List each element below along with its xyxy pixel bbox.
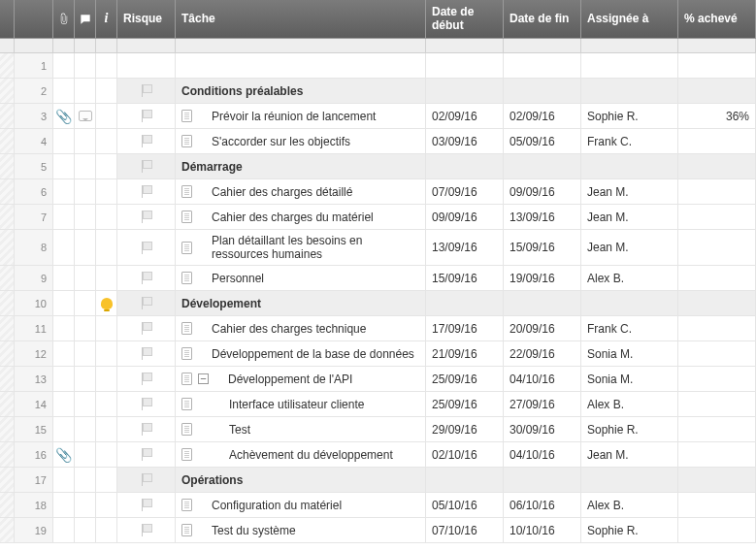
cell-risk[interactable] — [117, 518, 176, 543]
cell-task[interactable]: Cahier des charges détaillé — [176, 179, 426, 205]
cell-pct[interactable] — [678, 367, 756, 392]
cell-info[interactable] — [96, 392, 117, 417]
cell-assignee[interactable] — [581, 291, 678, 316]
cell-pct[interactable] — [678, 154, 756, 179]
cell-attachment[interactable] — [53, 205, 75, 230]
cell-task[interactable]: −Développement de l'API — [176, 367, 426, 392]
row-number[interactable]: 11 — [15, 316, 53, 341]
cell-assignee[interactable]: Alex B. — [581, 392, 678, 417]
cell-comment[interactable] — [75, 468, 96, 493]
cell-info[interactable] — [96, 442, 117, 468]
cell-task[interactable]: Prévoir la réunion de lancement — [176, 104, 426, 129]
cell-start[interactable] — [426, 291, 504, 316]
cell-start[interactable]: 13/09/16 — [426, 230, 504, 266]
cell-start[interactable] — [426, 53, 504, 79]
cell-pct[interactable] — [678, 179, 756, 205]
cell-task[interactable]: Dévelopement — [176, 291, 426, 316]
cell-start[interactable]: 15/09/16 — [426, 266, 504, 291]
row-number[interactable]: 16 — [15, 442, 53, 468]
cell-info[interactable] — [96, 79, 117, 104]
cell-attachment[interactable] — [53, 468, 75, 493]
row-number[interactable]: 12 — [15, 341, 53, 367]
cell-assignee[interactable]: Jean M. — [581, 179, 678, 205]
row-number[interactable]: 7 — [15, 205, 53, 230]
cell-end[interactable]: 19/09/16 — [504, 266, 581, 291]
cell-risk[interactable] — [117, 53, 176, 79]
cell-start[interactable]: 17/09/16 — [426, 316, 504, 341]
cell-task[interactable]: Plan détaillant les besoins en ressource… — [176, 230, 426, 266]
cell-pct[interactable] — [678, 442, 756, 468]
cell-comment[interactable] — [75, 79, 96, 104]
cell-end[interactable]: 04/10/16 — [504, 367, 581, 392]
row-number[interactable]: 1 — [15, 53, 53, 79]
cell-assignee[interactable] — [581, 53, 678, 79]
cell-attachment[interactable] — [53, 417, 75, 442]
cell-task[interactable]: Interface utilisateur cliente — [176, 392, 426, 417]
row-number[interactable]: 2 — [15, 79, 53, 104]
cell-pct[interactable] — [678, 79, 756, 104]
cell-info[interactable] — [96, 417, 117, 442]
row-number[interactable]: 6 — [15, 179, 53, 205]
cell-risk[interactable] — [117, 79, 176, 104]
cell-comment[interactable] — [75, 367, 96, 392]
cell-info[interactable] — [96, 179, 117, 205]
cell-risk[interactable] — [117, 392, 176, 417]
cell-comment[interactable] — [75, 205, 96, 230]
cell-assignee[interactable]: Sophie R. — [581, 104, 678, 129]
cell-attachment[interactable] — [53, 341, 75, 367]
cell-attachment[interactable]: 📎 — [53, 104, 75, 129]
cell-assignee[interactable]: Sonia M. — [581, 341, 678, 367]
cell-task[interactable]: Personnel — [176, 266, 426, 291]
cell-attachment[interactable] — [53, 79, 75, 104]
cell-comment[interactable] — [75, 266, 96, 291]
cell-task[interactable]: Développement de la base de données — [176, 341, 426, 367]
row-number[interactable]: 19 — [15, 518, 53, 543]
cell-comment[interactable] — [75, 518, 96, 543]
cell-pct[interactable] — [678, 518, 756, 543]
cell-attachment[interactable] — [53, 129, 75, 154]
cell-task[interactable]: Démarrage — [176, 154, 426, 179]
row-number[interactable]: 9 — [15, 266, 53, 291]
cell-start[interactable]: 02/10/16 — [426, 442, 504, 468]
cell-comment[interactable] — [75, 341, 96, 367]
cell-info[interactable] — [96, 493, 117, 518]
cell-task[interactable]: Test — [176, 417, 426, 442]
cell-info[interactable] — [96, 205, 117, 230]
cell-comment[interactable] — [75, 493, 96, 518]
cell-end[interactable]: 05/09/16 — [504, 129, 581, 154]
cell-assignee[interactable]: Sophie R. — [581, 518, 678, 543]
cell-risk[interactable] — [117, 266, 176, 291]
cell-info[interactable] — [96, 266, 117, 291]
cell-end[interactable]: 09/09/16 — [504, 179, 581, 205]
cell-task[interactable]: Opérations — [176, 468, 426, 493]
cell-pct[interactable] — [678, 230, 756, 266]
cell-attachment[interactable] — [53, 518, 75, 543]
cell-attachment[interactable] — [53, 493, 75, 518]
cell-pct[interactable] — [678, 205, 756, 230]
cell-end[interactable]: 10/10/16 — [504, 518, 581, 543]
cell-risk[interactable] — [117, 291, 176, 316]
cell-start[interactable]: 07/09/16 — [426, 179, 504, 205]
cell-comment[interactable] — [75, 442, 96, 468]
cell-assignee[interactable]: Jean M. — [581, 442, 678, 468]
row-number[interactable]: 14 — [15, 392, 53, 417]
cell-assignee[interactable] — [581, 154, 678, 179]
cell-start[interactable] — [426, 79, 504, 104]
cell-comment[interactable] — [75, 154, 96, 179]
row-number[interactable]: 18 — [15, 493, 53, 518]
cell-comment[interactable] — [75, 104, 96, 129]
cell-attachment[interactable] — [53, 367, 75, 392]
cell-risk[interactable] — [117, 493, 176, 518]
cell-assignee[interactable] — [581, 79, 678, 104]
row-number[interactable]: 13 — [15, 367, 53, 392]
cell-task[interactable]: Achèvement du développement — [176, 442, 426, 468]
cell-attachment[interactable] — [53, 53, 75, 79]
cell-info[interactable] — [96, 518, 117, 543]
cell-attachment[interactable] — [53, 179, 75, 205]
cell-pct[interactable] — [678, 493, 756, 518]
cell-attachment[interactable] — [53, 154, 75, 179]
cell-end[interactable]: 04/10/16 — [504, 442, 581, 468]
cell-assignee[interactable]: Jean M. — [581, 230, 678, 266]
cell-risk[interactable] — [117, 230, 176, 266]
cell-attachment[interactable] — [53, 291, 75, 316]
